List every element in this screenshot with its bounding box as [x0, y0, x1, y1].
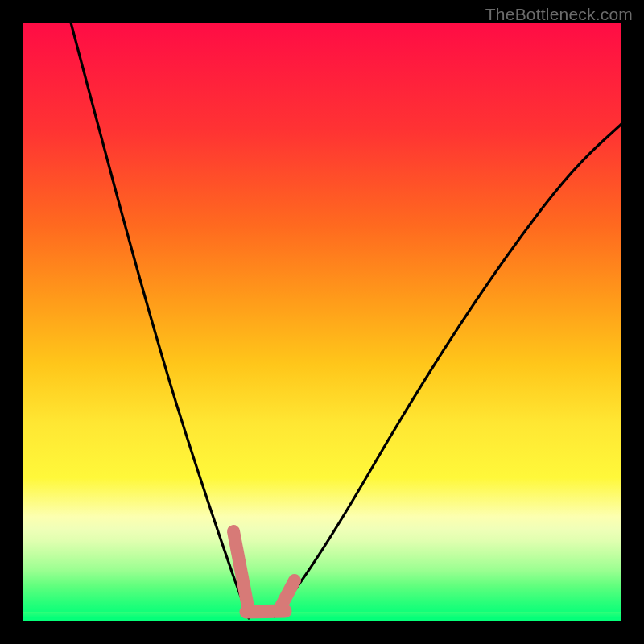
watermark-text: TheBottleneck.com: [485, 5, 633, 24]
chart-plot-area: [23, 23, 621, 621]
right-curve: [275, 124, 621, 617]
chart-curves: [23, 23, 621, 621]
highlight-right-segment: [279, 580, 295, 611]
chart-frame: TheBottleneck.com: [0, 0, 644, 644]
left-curve: [71, 23, 249, 618]
highlight-left-segment: [233, 531, 248, 607]
